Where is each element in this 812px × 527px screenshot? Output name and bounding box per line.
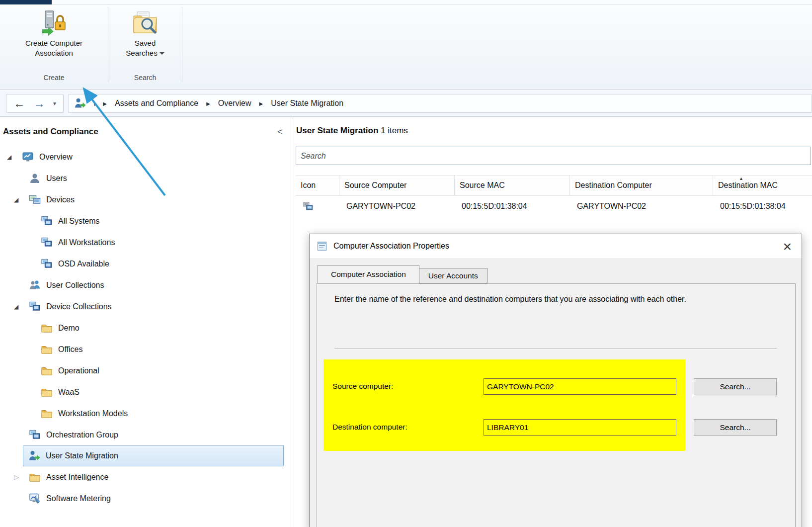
sidebar-item-operational[interactable]: Operational	[0, 360, 291, 381]
ribbon-group-label-create: Create	[0, 74, 108, 82]
destination-computer-input[interactable]	[484, 419, 676, 436]
sidebar-item-orchestration-group[interactable]: Orchestration Group	[0, 424, 291, 445]
breadcrumb-separator-icon: ▶	[103, 101, 107, 106]
expander-icon[interactable]: ▷	[14, 473, 29, 481]
table-header-row: Icon Source Computer Source MAC Destinat…	[296, 175, 812, 196]
close-icon[interactable]: ×	[778, 239, 797, 254]
results-table: Icon Source Computer Source MAC Destinat…	[296, 175, 812, 217]
expander-icon[interactable]: ◢	[14, 303, 29, 310]
cell-destination-computer: GARYTOWN-PC02	[570, 202, 713, 211]
history-dropdown-caret[interactable]: ▼	[49, 101, 60, 106]
ribbon-group-create: Create Computer Association Create	[0, 5, 108, 85]
dialog-title-bar[interactable]: Computer Association Properties ×	[310, 234, 802, 258]
breadcrumb: \ ▶ Assets and Compliance ▶ Overview ▶ U…	[69, 94, 812, 113]
devices-icon	[29, 194, 41, 206]
destination-search-button[interactable]: Search...	[694, 419, 777, 436]
dialog-tabs: Computer Association User Accounts	[318, 265, 487, 283]
folder-icon	[41, 365, 53, 377]
sidebar-item-asset-intelligence[interactable]: ▷ Asset Intelligence	[0, 466, 291, 488]
sidebar-item-software-metering[interactable]: Software Metering	[0, 488, 291, 509]
sidebar-item-osd-available[interactable]: OSD Available	[0, 253, 291, 274]
folder-icon	[41, 322, 53, 334]
list-header: User State Migration 1 items	[291, 117, 812, 136]
tab-user-accounts[interactable]: User Accounts	[419, 268, 487, 283]
dialog-title: Computer Association Properties	[333, 242, 778, 251]
folder-icon	[41, 386, 53, 398]
source-search-button[interactable]: Search...	[694, 378, 777, 395]
collection-icon	[29, 301, 41, 313]
sidebar-item-workstation-models[interactable]: Workstation Models	[0, 403, 291, 424]
source-computer-input[interactable]	[484, 378, 676, 395]
sidebar-item-user-collections[interactable]: User Collections	[0, 274, 291, 296]
user-collection-icon	[29, 279, 41, 291]
sidebar-item-device-collections[interactable]: ◢ Device Collections	[0, 296, 291, 317]
annotation-highlight	[324, 359, 685, 451]
saved-searches-icon	[132, 10, 158, 36]
computer-association-properties-dialog: Computer Association Properties × Comput…	[309, 234, 802, 527]
cell-destination-mac: 00:15:5D:01:38:04	[713, 202, 812, 211]
sidebar-item-users[interactable]: Users	[0, 168, 291, 189]
back-button[interactable]: ←	[9, 97, 29, 109]
user-state-migration-icon	[74, 97, 86, 109]
search-bar	[296, 147, 811, 165]
destination-computer-label: Destination computer:	[332, 423, 407, 432]
breadcrumb-assets-and-compliance[interactable]: Assets and Compliance	[115, 99, 198, 108]
collection-icon	[29, 429, 41, 441]
column-header-source-mac[interactable]: Source MAC	[455, 176, 570, 195]
saved-searches-label: Saved Searches	[121, 38, 169, 58]
folder-icon	[29, 471, 41, 483]
expander-icon[interactable]: ◢	[7, 154, 22, 161]
sidebar-item-devices[interactable]: ◢ Devices	[0, 189, 291, 210]
breadcrumb-root[interactable]: \	[93, 99, 95, 108]
sidebar-collapse-button[interactable]: <	[277, 126, 283, 137]
item-count: 1 items	[381, 126, 408, 135]
create-computer-association-label: Create Computer Association	[7, 38, 101, 58]
cell-source-computer: GARYTOWN-PC02	[339, 202, 455, 211]
column-header-destination-computer[interactable]: Destination Computer	[570, 176, 713, 195]
sidebar-item-overview[interactable]: ◢ Overview	[0, 146, 291, 168]
navigation-tree: ◢ Overview Users ◢ Devices All Systems A…	[0, 146, 291, 509]
sidebar-item-offices[interactable]: Offices	[0, 339, 291, 360]
expander-icon[interactable]: ◢	[14, 196, 29, 203]
folder-icon	[41, 408, 53, 420]
user-state-migration-icon	[28, 450, 40, 462]
software-metering-icon	[29, 493, 41, 505]
column-header-source-computer[interactable]: Source Computer	[339, 176, 455, 195]
sidebar-header: Assets and Compliance <	[0, 117, 291, 146]
column-header-icon[interactable]: Icon	[296, 176, 339, 195]
sidebar-item-demo[interactable]: Demo	[0, 317, 291, 339]
forward-button[interactable]: →	[29, 97, 49, 109]
breadcrumb-separator-icon: ▶	[206, 101, 210, 106]
search-input[interactable]	[296, 147, 811, 165]
table-row[interactable]: GARYTOWN-PC02 00:15:5D:01:38:04 GARYTOWN…	[296, 196, 812, 217]
collection-icon	[41, 258, 53, 270]
saved-searches-button[interactable]: Saved Searches	[108, 5, 182, 58]
computer-association-icon	[303, 201, 314, 212]
ribbon-tab-divider	[52, 4, 812, 4]
dropdown-caret-icon	[160, 52, 164, 55]
ribbon-group-search: Saved Searches Search	[108, 5, 182, 85]
breadcrumb-overview[interactable]: Overview	[218, 99, 251, 108]
sidebar-title: Assets and Compliance	[3, 127, 98, 137]
sort-indicator-icon: ▲	[739, 176, 743, 181]
sidebar-item-user-state-migration[interactable]: User State Migration	[23, 445, 284, 466]
collection-icon	[41, 237, 53, 249]
breadcrumb-user-state-migration[interactable]: User State Migration	[271, 99, 343, 108]
user-icon	[29, 173, 41, 184]
tab-computer-association[interactable]: Computer Association	[318, 265, 419, 283]
history-buttons: ← → ▼	[6, 94, 64, 113]
column-header-destination-mac[interactable]: ▲ Destination MAC	[713, 176, 812, 195]
source-computer-label: Source computer:	[332, 382, 393, 391]
sidebar-item-waas[interactable]: WaaS	[0, 381, 291, 403]
breadcrumb-separator-icon: ▶	[259, 101, 263, 106]
ribbon-group-label-search: Search	[108, 74, 182, 82]
overview-icon	[22, 151, 34, 163]
collection-icon	[41, 215, 53, 227]
create-computer-association-button[interactable]: Create Computer Association	[0, 5, 108, 58]
dialog-description: Enter the name of the reference and dest…	[334, 293, 692, 305]
active-ribbon-tab[interactable]	[0, 0, 52, 4]
sidebar-item-all-workstations[interactable]: All Workstations	[0, 232, 291, 253]
ribbon-group-separator	[182, 7, 182, 83]
properties-dialog-icon	[317, 241, 327, 252]
sidebar-item-all-systems[interactable]: All Systems	[0, 210, 291, 232]
